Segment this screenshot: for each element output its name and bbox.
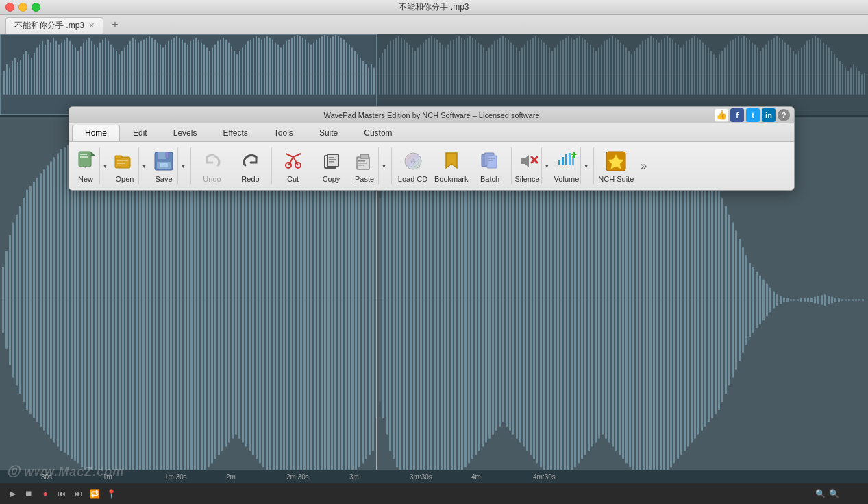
open-dropdown-arrow[interactable]: ▼ [138,147,148,184]
svg-rect-253 [694,36,695,95]
new-button[interactable]: ♪ New ▼ [72,145,110,187]
svg-rect-265 [727,45,728,95]
toolbar-window: WavePad Masters Edition by NCH Software … [69,106,795,191]
svg-rect-103 [280,48,282,95]
svg-rect-45 [121,51,123,94]
svg-rect-110 [299,36,301,95]
svg-rect-234 [642,41,643,95]
svg-rect-117 [319,38,320,95]
open-button[interactable]: Open ▼ [111,145,149,187]
load-cd-button[interactable]: Load CD [394,145,432,187]
svg-rect-461 [485,157,487,442]
nch-suite-button[interactable]: NCH Suite [596,145,636,187]
batch-button[interactable]: Batch [471,145,509,187]
loop-icon[interactable]: 🔁 [88,487,101,501]
svg-rect-474 [530,145,532,455]
silence-dropdown-arrow[interactable]: ▼ [541,147,551,184]
volume-button[interactable]: Volume ▼ [553,145,592,187]
record-icon[interactable]: ● [38,487,52,501]
paste-button[interactable]: Paste ▼ [351,145,389,187]
svg-rect-60 [162,48,164,95]
svg-rect-320 [2,267,4,333]
svg-rect-238 [653,38,654,95]
svg-rect-80 [217,41,219,95]
bookmark-label: Bookmark [434,175,469,183]
tab-levels[interactable]: Levels [160,125,210,141]
svg-rect-149 [409,45,410,95]
svg-rect-271 [743,36,745,95]
facebook-button[interactable]: f [730,108,744,122]
like-button[interactable]: 👍 [715,108,728,122]
svg-rect-293 [804,45,805,95]
zoom-out-icon[interactable]: 🔍 [827,487,841,501]
svg-rect-324 [16,215,18,386]
svg-rect-300 [823,43,824,95]
svg-rect-46 [124,48,125,95]
file-tab[interactable]: 不能和你分手 .mp3 ✕ [5,17,103,34]
tab-suite[interactable]: Suite [306,125,351,141]
svg-rect-471 [519,157,521,442]
tab-custom[interactable]: Custom [351,125,405,141]
svg-rect-390 [242,157,244,442]
svg-rect-151 [414,51,416,94]
minimize-button[interactable] [18,3,27,12]
svg-rect-559 [821,295,823,304]
stop-icon[interactable]: ⏹ [22,487,36,501]
save-button[interactable]: Save ▼ [150,145,188,187]
tab-effects[interactable]: Effects [210,125,260,141]
svg-rect-16 [42,41,43,95]
svg-rect-567 [848,299,850,300]
svg-rect-303 [831,51,832,94]
new-dropdown-arrow[interactable]: ▼ [99,147,109,184]
waveform-overview[interactable] [0,34,868,117]
svg-rect-469 [512,165,514,434]
tab-tools[interactable]: Tools [261,125,306,141]
more-button[interactable]: » [636,145,651,187]
close-button[interactable] [5,3,14,12]
help-button[interactable]: ? [778,109,790,121]
svg-rect-161 [442,45,443,95]
tab-edit[interactable]: Edit [120,125,160,141]
rewind-icon[interactable]: ⏮ [55,487,69,501]
play-icon[interactable]: ▶ [5,487,19,501]
twitter-button[interactable]: t [746,108,760,122]
svg-rect-197 [541,40,542,95]
svg-rect-558 [817,296,819,304]
zoom-in-icon[interactable]: 🔍 [813,487,827,501]
svg-rect-123 [335,35,336,95]
svg-rect-527 [711,182,713,418]
svg-rect-596 [329,157,334,158]
new-tab-button[interactable]: + [108,17,123,32]
tab-close-button[interactable]: ✕ [88,21,95,30]
copy-icon [319,149,344,173]
ff-icon[interactable]: ⏭ [71,487,85,501]
copy-button[interactable]: Copy [312,145,350,187]
svg-rect-560 [824,294,826,306]
marker-icon[interactable]: 📍 [104,487,118,501]
svg-rect-617 [562,157,564,165]
svg-rect-163 [447,45,449,95]
undo-button[interactable]: Undo [193,145,231,187]
paste-dropdown-arrow[interactable]: ▼ [378,147,388,184]
redo-button[interactable]: Redo [232,145,269,187]
silence-button[interactable]: Silence ▼ [514,145,552,187]
svg-rect-283 [776,36,778,95]
svg-rect-325 [19,206,21,394]
maximize-button[interactable] [32,3,40,12]
svg-rect-51 [138,43,139,95]
volume-dropdown-arrow[interactable]: ▼ [580,147,590,184]
svg-rect-17 [45,45,46,95]
save-dropdown-arrow[interactable]: ▼ [177,147,187,184]
bookmark-button[interactable]: Bookmark [432,145,471,187]
cut-button[interactable]: Cut [274,145,312,187]
svg-rect-568 [852,299,854,300]
svg-rect-210 [576,38,578,95]
svg-rect-126 [343,40,345,95]
window-controls[interactable] [5,3,40,12]
svg-rect-273 [749,40,750,95]
linkedin-button[interactable]: in [762,108,776,122]
svg-rect-245 [672,40,673,95]
tab-home[interactable]: Home [72,125,120,141]
svg-rect-13 [34,53,35,94]
svg-rect-63 [171,40,172,95]
